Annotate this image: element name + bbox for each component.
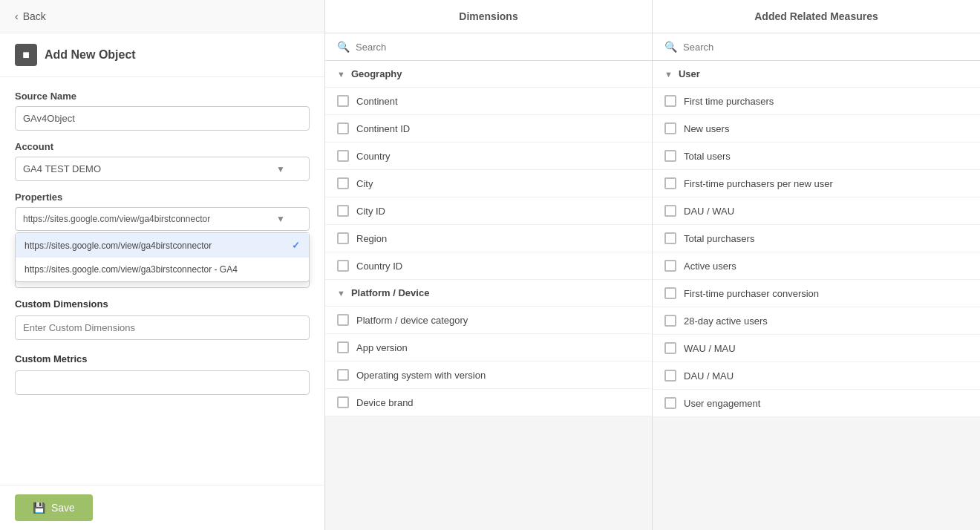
- measure-row-total-users[interactable]: Total users: [653, 143, 980, 170]
- dimensions-header: Dimensions: [325, 0, 653, 33]
- custom-dimensions-label: Custom Dimensions: [15, 298, 310, 310]
- measure-checkbox-wau-mau[interactable]: [664, 342, 676, 354]
- dim-row-city[interactable]: City: [325, 170, 652, 197]
- measure-row-total-purchasers[interactable]: Total purchasers: [653, 225, 980, 252]
- dimensions-search-box: 🔍: [325, 33, 653, 60]
- left-content: Source Name Account GA4 TEST DEMO ▼ Prop…: [0, 77, 324, 485]
- user-collapse-icon: ▼: [664, 70, 673, 79]
- properties-wrapper: https://sites.google.com/view/ga4birstco…: [15, 207, 310, 231]
- measure-row-wau-mau[interactable]: WAU / MAU: [653, 335, 980, 362]
- dim-row-continent-id[interactable]: Continent ID: [325, 115, 652, 143]
- measure-row-active-users[interactable]: Active users: [653, 252, 980, 280]
- dim-checkbox-platform-device-category[interactable]: [337, 314, 349, 326]
- source-name-label: Source Name: [15, 91, 310, 102]
- properties-option-2-label: https://sites.google.com/view/ga3birstco…: [24, 264, 238, 275]
- dim-checkbox-region[interactable]: [337, 232, 349, 244]
- measure-checkbox-first-time-purchaser-conversion[interactable]: [664, 287, 676, 299]
- geography-group-header[interactable]: ▼ Geography: [325, 61, 652, 88]
- dim-checkbox-continent[interactable]: [337, 95, 349, 107]
- dim-row-country-id[interactable]: Country ID: [325, 252, 652, 280]
- dim-row-app-version[interactable]: App version: [325, 334, 652, 361]
- properties-option-1[interactable]: https://sites.google.com/view/ga4birstco…: [16, 233, 309, 258]
- dim-checkbox-app-version[interactable]: [337, 341, 349, 353]
- dim-label-country-id: Country ID: [356, 261, 402, 272]
- dim-label-app-version: App version: [356, 342, 408, 353]
- properties-option-1-label: https://sites.google.com/view/ga4birstco…: [24, 241, 212, 251]
- measure-label-new-users: New users: [684, 123, 729, 134]
- dim-row-continent[interactable]: Continent: [325, 88, 652, 115]
- measures-search-input[interactable]: [683, 42, 968, 53]
- geography-group-label: Geography: [351, 68, 402, 79]
- measure-label-28-day-active: 28-day active users: [684, 315, 768, 327]
- account-label: Account: [15, 141, 310, 152]
- measure-row-user-engagement[interactable]: User engagement: [653, 390, 980, 417]
- measure-checkbox-dau-wau[interactable]: [664, 205, 676, 217]
- measure-row-dau-mau[interactable]: DAU / MAU: [653, 362, 980, 390]
- dim-label-country: Country: [356, 151, 391, 162]
- properties-label: Properties: [15, 192, 310, 203]
- measure-row-first-time-purchasers[interactable]: First time purchasers: [653, 88, 980, 115]
- measure-label-total-purchasers: Total purchasers: [684, 233, 754, 244]
- measure-label-dau-wau: DAU / WAU: [684, 206, 734, 217]
- right-panel: Dimensions Added Related Measures 🔍 🔍 ▼ …: [325, 0, 980, 530]
- dim-checkbox-country-id[interactable]: [337, 260, 349, 272]
- dim-checkbox-continent-id[interactable]: [337, 122, 349, 134]
- user-group-header[interactable]: ▼ User: [653, 61, 980, 88]
- add-new-icon: ■: [15, 44, 37, 66]
- measures-column: ▼ User First time purchasers New users T…: [653, 61, 980, 530]
- save-button[interactable]: 💾 Save: [15, 494, 93, 521]
- dim-checkbox-country[interactable]: [337, 150, 349, 162]
- platform-device-collapse-icon: ▼: [337, 289, 345, 298]
- dim-label-platform-device-category: Platform / device category: [356, 315, 468, 326]
- dim-row-region[interactable]: Region: [325, 225, 652, 252]
- dim-row-os-with-version[interactable]: Operating system with version: [325, 361, 652, 389]
- dim-checkbox-device-brand[interactable]: [337, 396, 349, 408]
- custom-metrics-label: Custom Metrics: [15, 353, 310, 364]
- account-select[interactable]: GA4 TEST DEMO ▼: [15, 157, 310, 181]
- properties-select[interactable]: https://sites.google.com/view/ga4birstco…: [15, 207, 310, 231]
- measures-header: Added Related Measures: [653, 0, 980, 33]
- measure-checkbox-28-day-active[interactable]: [664, 315, 676, 327]
- dim-label-continent: Continent: [356, 96, 398, 107]
- dimensions-search-input[interactable]: [356, 42, 640, 53]
- save-icon: 💾: [33, 502, 45, 514]
- custom-dimensions-input[interactable]: [15, 315, 310, 340]
- dim-row-city-id[interactable]: City ID: [325, 197, 652, 225]
- save-bar: 💾 Save: [0, 485, 324, 530]
- add-new-header: ■ Add New Object: [0, 33, 324, 77]
- measure-checkbox-first-time-purchasers[interactable]: [664, 95, 676, 107]
- dim-label-device-brand: Device brand: [356, 397, 414, 408]
- measure-checkbox-total-users[interactable]: [664, 150, 676, 162]
- measure-checkbox-dau-mau[interactable]: [664, 370, 676, 382]
- measure-row-dau-wau[interactable]: DAU / WAU: [653, 197, 980, 225]
- measure-checkbox-new-users[interactable]: [664, 122, 676, 134]
- properties-selected-value: https://sites.google.com/view/ga4birstco…: [23, 214, 210, 224]
- platform-device-group-label: Platform / Device: [351, 287, 430, 298]
- measure-label-first-time-per-new: First-time purchasers per new user: [684, 178, 833, 189]
- measure-checkbox-active-users[interactable]: [664, 260, 676, 272]
- measure-row-28-day-active[interactable]: 28-day active users: [653, 307, 980, 335]
- measure-row-first-time-per-new[interactable]: First-time purchasers per new user: [653, 170, 980, 197]
- measure-row-first-time-purchaser-conversion[interactable]: First-time purchaser conversion: [653, 280, 980, 307]
- measures-search-icon: 🔍: [664, 41, 677, 53]
- dim-checkbox-city-id[interactable]: [337, 205, 349, 217]
- custom-metrics-input[interactable]: [15, 370, 310, 395]
- dim-row-platform-device-category[interactable]: Platform / device category: [325, 307, 652, 334]
- dim-checkbox-os-with-version[interactable]: [337, 369, 349, 381]
- dimensions-column: ▼ Geography Continent Continent ID Count…: [325, 61, 653, 530]
- properties-option-2[interactable]: https://sites.google.com/view/ga3birstco…: [16, 258, 309, 281]
- measure-label-dau-mau: DAU / MAU: [684, 370, 734, 382]
- measure-checkbox-user-engagement[interactable]: [664, 397, 676, 409]
- measure-checkbox-total-purchasers[interactable]: [664, 232, 676, 244]
- dim-label-region: Region: [356, 233, 387, 244]
- platform-device-group-header[interactable]: ▼ Platform / Device: [325, 280, 652, 307]
- back-button[interactable]: ‹ Back: [0, 0, 324, 33]
- source-name-input[interactable]: [15, 106, 310, 131]
- measure-row-new-users[interactable]: New users: [653, 115, 980, 143]
- dim-row-device-brand[interactable]: Device brand: [325, 389, 652, 416]
- measure-checkbox-first-time-per-new[interactable]: [664, 177, 676, 189]
- account-select-wrapper: GA4 TEST DEMO ▼: [15, 157, 310, 181]
- dim-checkbox-city[interactable]: [337, 177, 349, 189]
- back-label: Back: [23, 10, 46, 22]
- dim-row-country[interactable]: Country: [325, 143, 652, 170]
